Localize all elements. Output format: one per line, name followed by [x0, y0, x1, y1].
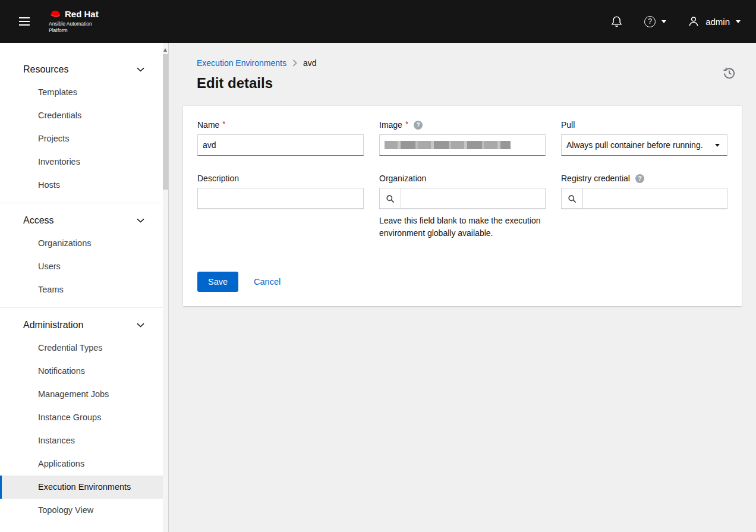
description-input[interactable]: [197, 188, 364, 209]
help-menu-button[interactable]: ?: [644, 16, 666, 27]
save-button[interactable]: Save: [197, 272, 238, 292]
breadcrumb: Execution Environments avd: [197, 58, 732, 68]
organization-lookup: [379, 188, 546, 209]
main-content: Execution Environments avd Edit details …: [169, 43, 756, 532]
registry-credential-help-icon[interactable]: ?: [635, 174, 644, 183]
sidebar-item-projects[interactable]: Projects: [0, 127, 163, 150]
sidebar-item-credentials[interactable]: Credentials: [0, 104, 163, 127]
header-tools: ? admin: [610, 15, 741, 28]
user-menu-button[interactable]: admin: [688, 15, 741, 27]
field-name: Name *: [197, 120, 364, 156]
user-icon: [688, 15, 700, 27]
caret-down-icon: [736, 20, 741, 26]
breadcrumb-link-execution-environments[interactable]: Execution Environments: [197, 58, 286, 68]
pull-label: Pull: [561, 120, 727, 130]
registry-credential-search-button[interactable]: [561, 188, 583, 209]
sidebar-item-execution-environments[interactable]: Execution Environments: [0, 476, 163, 499]
brand-title: Red Hat: [65, 9, 99, 19]
page-title: Edit details: [197, 75, 732, 92]
sidebar-item-instances[interactable]: Instances: [0, 429, 163, 452]
menu-icon[interactable]: [14, 12, 34, 30]
redacted-image-value: [385, 141, 511, 149]
search-icon: [568, 194, 577, 203]
sidebar-item-users[interactable]: Users: [0, 255, 163, 278]
organization-input[interactable]: [401, 188, 546, 209]
sidebar-nav: Resources Templates Credentials Projects…: [0, 43, 163, 522]
sidebar-item-organizations[interactable]: Organizations: [0, 232, 163, 255]
pull-select[interactable]: Always pull container before running.: [561, 134, 727, 156]
form-actions: Save Cancel: [197, 272, 727, 292]
scrollbar-thumb[interactable]: [163, 54, 168, 190]
name-label: Name *: [197, 120, 364, 130]
name-input[interactable]: [197, 134, 364, 156]
notifications-button[interactable]: [610, 15, 623, 28]
history-icon[interactable]: [723, 67, 736, 80]
image-help-icon[interactable]: ?: [414, 121, 423, 130]
field-image: Image * ?: [379, 120, 546, 156]
field-organization: Organization Leave this field blank to m…: [379, 174, 546, 240]
description-label: Description: [197, 174, 364, 183]
pull-select-value: Always pull container before running.: [566, 140, 703, 150]
bell-icon: [610, 15, 623, 28]
required-asterisk: *: [222, 119, 225, 128]
sidebar-item-instance-groups[interactable]: Instance Groups: [0, 406, 163, 429]
sidebar-item-inventories[interactable]: Inventories: [0, 150, 163, 174]
user-label: admin: [705, 17, 730, 27]
sidebar-item-templates[interactable]: Templates: [0, 81, 163, 104]
nav-group-administration: Administration Credential Types Notifica…: [0, 307, 163, 522]
brand-logo: Red Hat Ansible Automation Platform: [49, 9, 106, 34]
field-registry-credential: Registry credential ?: [561, 174, 727, 240]
nav-group-label: Resources: [23, 64, 68, 75]
question-circle-icon: ?: [644, 16, 656, 27]
chevron-down-icon: [137, 218, 144, 223]
cancel-button[interactable]: Cancel: [254, 272, 281, 292]
field-pull: Pull Always pull container before runnin…: [561, 120, 727, 156]
registry-credential-input[interactable]: [583, 188, 727, 209]
breadcrumb-current: avd: [303, 58, 317, 68]
registry-credential-lookup: [561, 188, 727, 209]
sidebar-item-hosts[interactable]: Hosts: [0, 174, 163, 197]
nav-group-access: Access Organizations Users Teams: [0, 203, 163, 301]
sidebar: Resources Templates Credentials Projects…: [0, 43, 169, 532]
sidebar-item-notifications[interactable]: Notifications: [0, 360, 163, 383]
nav-group-toggle-access[interactable]: Access: [0, 209, 163, 232]
registry-credential-label: Registry credential ?: [561, 174, 727, 183]
chevron-down-icon: [137, 67, 144, 72]
page-header: Execution Environments avd Edit details: [169, 43, 756, 106]
edit-details-card: Name * Image * ?: [183, 106, 742, 306]
image-input[interactable]: [379, 134, 546, 156]
organization-helper-text: Leave this field blank to make the execu…: [379, 215, 546, 240]
nav-group-resources: Resources Templates Credentials Projects…: [0, 58, 163, 197]
sidebar-item-credential-types[interactable]: Credential Types: [0, 336, 163, 360]
caret-down-icon: [715, 144, 720, 149]
brand-subtitle: Ansible Automation Platform: [49, 21, 106, 34]
edit-details-form: Name * Image * ?: [197, 120, 727, 240]
nav-group-toggle-administration[interactable]: Administration: [0, 314, 163, 336]
nav-group-toggle-resources[interactable]: Resources: [0, 58, 163, 81]
angle-right-icon: [292, 59, 297, 67]
nav-group-label: Administration: [23, 320, 83, 330]
caret-down-icon: [662, 20, 666, 26]
sidebar-item-teams[interactable]: Teams: [0, 278, 163, 301]
page-body: Name * Image * ?: [169, 106, 756, 320]
search-icon: [386, 194, 395, 203]
field-description: Description: [197, 174, 364, 240]
image-label: Image * ?: [379, 120, 546, 130]
scroll-up-icon[interactable]: [163, 46, 167, 52]
sidebar-item-management-jobs[interactable]: Management Jobs: [0, 383, 163, 406]
masthead: Red Hat Ansible Automation Platform ? ad…: [0, 0, 756, 43]
organization-search-button[interactable]: [379, 188, 401, 209]
sidebar-item-applications[interactable]: Applications: [0, 452, 163, 476]
required-asterisk: *: [405, 119, 408, 128]
sidebar-item-topology-view[interactable]: Topology View: [0, 499, 163, 522]
redhat-logo-icon: [49, 10, 61, 18]
nav-group-label: Access: [23, 215, 54, 226]
sidebar-scrollbar[interactable]: [163, 43, 168, 532]
chevron-down-icon: [137, 323, 144, 328]
organization-label: Organization: [379, 174, 546, 183]
